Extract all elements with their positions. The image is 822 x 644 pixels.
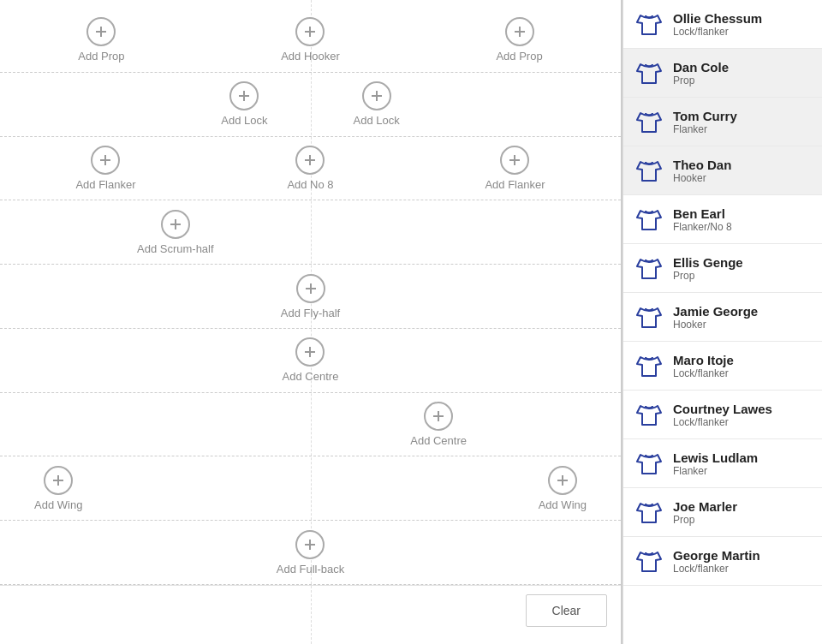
player-item[interactable]: Courtney Lawes Lock/flanker: [623, 391, 822, 439]
player-info: Courtney Lawes Lock/flanker: [673, 402, 772, 428]
player-position: Lock/flanker: [673, 367, 734, 379]
player-position: Lock/flanker: [673, 26, 762, 38]
clear-row: Clear: [0, 585, 621, 635]
row-wings: Add Wing Add Wing: [0, 456, 621, 521]
player-info: Dan Cole Prop: [673, 60, 729, 86]
add-hooker[interactable]: Add Hooker: [274, 14, 347, 66]
player-item[interactable]: Lewis Ludlam Flanker: [623, 439, 822, 488]
player-name: Courtney Lawes: [673, 402, 772, 416]
row-centre1: Add Centre: [0, 329, 621, 393]
player-info: Theo Dan Hooker: [673, 158, 731, 184]
player-item[interactable]: Ollie Chessum Lock/flanker: [623, 0, 822, 49]
player-jersey-icon: [634, 448, 664, 479]
player-info: Tom Curry Flanker: [673, 109, 737, 135]
add-flyhalf[interactable]: Add Fly-half: [274, 271, 347, 323]
player-position: Lock/flanker: [673, 563, 760, 575]
player-position: Hooker: [673, 319, 758, 331]
player-item[interactable]: Ellis Genge Prop: [623, 244, 822, 293]
player-name: Joe Marler: [673, 499, 737, 514]
player-item[interactable]: George Martin Lock/flanker: [623, 537, 822, 586]
player-jersey-icon: [634, 57, 664, 88]
player-info: George Martin Lock/flanker: [673, 548, 760, 575]
player-jersey-icon: [634, 399, 664, 430]
player-item[interactable]: Joe Marler Prop: [623, 488, 822, 537]
add-lock-right[interactable]: Add Lock: [347, 78, 407, 130]
clear-button[interactable]: Clear: [526, 594, 607, 627]
add-lock-left[interactable]: Add Lock: [214, 78, 274, 130]
player-jersey-icon: [634, 253, 664, 283]
player-jersey-icon: [634, 106, 664, 137]
player-info: Lewis Ludlam Flanker: [673, 450, 758, 477]
player-info: Ben Earl Flanker/No 8: [673, 206, 732, 233]
add-centre-1[interactable]: Add Centre: [276, 334, 346, 386]
row-scrumhalf: Add Scrum-half: [0, 200, 621, 265]
player-item[interactable]: Theo Dan Hooker: [623, 146, 822, 195]
player-position: Flanker/No 8: [673, 221, 732, 233]
player-info: Ellis Genge Prop: [673, 255, 743, 282]
player-jersey-icon: [634, 204, 664, 235]
player-item[interactable]: Dan Cole Prop: [623, 49, 822, 98]
player-position: Prop: [673, 270, 743, 282]
player-position: Prop: [673, 514, 737, 526]
player-item[interactable]: Maro Itoje Lock/flanker: [623, 342, 822, 391]
player-name: George Martin: [673, 548, 760, 563]
player-info: Joe Marler Prop: [673, 499, 737, 526]
player-position: Flanker: [673, 465, 758, 477]
add-fullback[interactable]: Add Full-back: [270, 527, 351, 579]
player-panel: Ollie Chessum Lock/flanker Dan Cole Prop…: [622, 0, 822, 644]
add-no8[interactable]: Add No 8: [280, 142, 340, 194]
player-jersey-icon: [634, 301, 664, 332]
add-wing-right[interactable]: Add Wing: [532, 462, 593, 515]
player-jersey-icon: [634, 497, 664, 528]
player-name: Ollie Chessum: [673, 11, 762, 26]
row-locks: Add Lock Add Lock: [0, 73, 621, 137]
player-info: Jamie George Hooker: [673, 304, 758, 331]
add-scrumhalf[interactable]: Add Scrum-half: [130, 206, 221, 259]
player-jersey-icon: [634, 546, 664, 576]
add-centre-2[interactable]: Add Centre: [403, 398, 474, 450]
player-position: Lock/flanker: [673, 416, 772, 428]
player-name: Jamie George: [673, 304, 758, 319]
add-wing-left[interactable]: Add Wing: [27, 462, 89, 515]
player-item[interactable]: Tom Curry Flanker: [623, 98, 822, 146]
row-centre2: Add Centre: [0, 393, 621, 457]
row-flyhalf: Add Fly-half: [0, 265, 621, 329]
player-jersey-icon: [634, 155, 664, 186]
player-name: Theo Dan: [673, 158, 731, 172]
add-flanker-right[interactable]: Add Flanker: [478, 142, 551, 194]
player-name: Maro Itoje: [673, 353, 734, 367]
pitch-area: Add Prop Add Hooker Add Prop: [0, 0, 622, 644]
player-name: Tom Curry: [673, 109, 737, 123]
player-name: Ellis Genge: [673, 255, 743, 270]
player-info: Maro Itoje Lock/flanker: [673, 353, 734, 379]
player-jersey-icon: [634, 9, 664, 39]
add-prop-left[interactable]: Add Prop: [71, 14, 131, 66]
player-item[interactable]: Jamie George Hooker: [623, 293, 822, 342]
player-item[interactable]: Ben Earl Flanker/No 8: [623, 195, 822, 244]
player-jersey-icon: [634, 350, 664, 381]
row-fullback: Add Full-back: [0, 521, 621, 585]
add-flanker-left[interactable]: Add Flanker: [68, 142, 142, 194]
add-prop-right[interactable]: Add Prop: [489, 14, 549, 66]
row-flankers: Add Flanker Add No 8 Add Flanker: [0, 137, 621, 201]
player-position: Prop: [673, 75, 729, 86]
player-name: Dan Cole: [673, 60, 729, 75]
player-name: Ben Earl: [673, 206, 732, 221]
player-position: Hooker: [673, 172, 731, 184]
player-info: Ollie Chessum Lock/flanker: [673, 11, 762, 38]
row-props: Add Prop Add Hooker Add Prop: [0, 9, 621, 73]
player-position: Flanker: [673, 123, 737, 135]
player-name: Lewis Ludlam: [673, 450, 758, 465]
